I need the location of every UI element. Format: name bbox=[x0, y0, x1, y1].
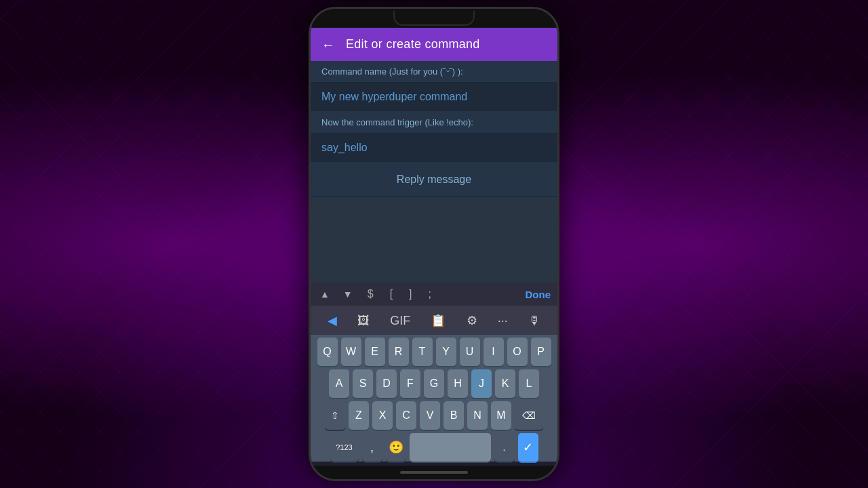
kb-more-icon[interactable]: ··· bbox=[492, 312, 513, 329]
form-area: Command name (Just for you (˘ᵕ˘) ): My n… bbox=[311, 61, 557, 283]
key-space[interactable] bbox=[410, 433, 491, 462]
phone-bottom bbox=[311, 466, 557, 479]
key-backspace[interactable]: ⌫ bbox=[515, 401, 543, 430]
key-y[interactable]: Y bbox=[436, 338, 456, 366]
key-n[interactable]: N bbox=[467, 401, 488, 430]
kb-bracket-close[interactable]: ] bbox=[405, 287, 416, 302]
key-r[interactable]: R bbox=[389, 338, 409, 366]
key-q[interactable]: Q bbox=[317, 338, 338, 366]
key-period[interactable]: . bbox=[494, 433, 515, 462]
home-bar[interactable] bbox=[400, 471, 468, 474]
keyboard-row-2: A S D F G H J K L bbox=[313, 369, 555, 398]
kb-dollar[interactable]: $ bbox=[363, 287, 378, 302]
kb-down-arrow[interactable]: ▼ bbox=[340, 287, 355, 301]
key-g[interactable]: G bbox=[424, 369, 444, 398]
header-title: Edit or create command bbox=[346, 37, 480, 52]
kb-done-button[interactable]: Done bbox=[526, 289, 551, 300]
key-s[interactable]: S bbox=[353, 369, 373, 398]
keyboard-row-1: Q W E R T Y U I O P bbox=[313, 338, 555, 366]
key-k[interactable]: K bbox=[495, 369, 515, 398]
kb-bracket-open[interactable]: [ bbox=[386, 287, 397, 302]
back-button[interactable]: ← bbox=[321, 38, 335, 52]
app-content: ← Edit or create command Command name (J… bbox=[311, 28, 557, 466]
keyboard-toolbar: ▲ ▼ $ [ ] ; Done bbox=[311, 283, 557, 306]
key-a[interactable]: A bbox=[329, 369, 349, 398]
kb-gif-icon[interactable]: GIF bbox=[384, 312, 416, 329]
key-p[interactable]: P bbox=[531, 338, 551, 366]
phone-shell: ← Edit or create command Command name (J… bbox=[309, 7, 559, 481]
key-d[interactable]: D bbox=[376, 369, 397, 398]
keyboard-row-3: ⇧ Z X C V B N M ⌫ bbox=[313, 401, 555, 430]
command-name-input[interactable]: My new hyperduper command bbox=[311, 83, 557, 112]
keyboard-icons-row: ◀ 🖼 GIF 📋 ⚙ ··· 🎙 bbox=[311, 306, 557, 335]
kb-up-arrow[interactable]: ▲ bbox=[317, 287, 332, 301]
reply-message-button[interactable]: Reply message bbox=[311, 163, 557, 197]
kb-sticker-icon[interactable]: 🖼 bbox=[352, 312, 375, 329]
command-trigger-section: Now the command trigger (Like !echo): sa… bbox=[311, 112, 557, 163]
keyboard-keys: Q W E R T Y U I O P A S D F G bbox=[311, 335, 557, 462]
keyboard: ▲ ▼ $ [ ] ; Done ◀ 🖼 GIF 📋 ⚙ ··· 🎙 bbox=[311, 283, 557, 466]
key-c[interactable]: C bbox=[396, 401, 416, 430]
key-emoji[interactable]: 🙂 bbox=[386, 433, 406, 462]
command-name-section: Command name (Just for you (˘ᵕ˘) ): My n… bbox=[311, 61, 557, 112]
key-u[interactable]: U bbox=[460, 338, 480, 366]
reply-btn-container: Reply message bbox=[311, 163, 557, 197]
empty-area bbox=[311, 197, 557, 283]
notch bbox=[393, 11, 475, 26]
key-m[interactable]: M bbox=[491, 401, 511, 430]
key-z[interactable]: Z bbox=[349, 401, 369, 430]
key-b[interactable]: B bbox=[443, 401, 464, 430]
key-e[interactable]: E bbox=[365, 338, 385, 366]
key-enter[interactable]: ✓ bbox=[518, 433, 538, 462]
header: ← Edit or create command bbox=[311, 28, 557, 61]
phone-top bbox=[311, 9, 557, 28]
key-num-switch[interactable]: ?123 bbox=[330, 433, 359, 462]
key-i[interactable]: I bbox=[484, 338, 504, 366]
command-name-label: Command name (Just for you (˘ᵕ˘) ): bbox=[311, 61, 557, 83]
key-o[interactable]: O bbox=[507, 338, 528, 366]
key-t[interactable]: T bbox=[412, 338, 433, 366]
keyboard-row-4: ?123 , 🙂 . ✓ bbox=[313, 433, 555, 462]
key-l[interactable]: L bbox=[519, 369, 539, 398]
kb-semicolon[interactable]: ; bbox=[425, 287, 435, 302]
key-w[interactable]: W bbox=[341, 338, 361, 366]
key-f[interactable]: F bbox=[400, 369, 420, 398]
key-j[interactable]: J bbox=[471, 369, 492, 398]
kb-back-icon[interactable]: ◀ bbox=[322, 312, 342, 329]
key-v[interactable]: V bbox=[420, 401, 440, 430]
key-h[interactable]: H bbox=[448, 369, 468, 398]
kb-clipboard-icon[interactable]: 📋 bbox=[425, 312, 451, 329]
kb-settings-icon[interactable]: ⚙ bbox=[461, 312, 483, 329]
key-x[interactable]: X bbox=[372, 401, 393, 430]
key-shift[interactable]: ⇧ bbox=[325, 401, 345, 430]
kb-mic-icon[interactable]: 🎙 bbox=[523, 312, 546, 329]
command-trigger-label: Now the command trigger (Like !echo): bbox=[311, 112, 557, 134]
key-comma[interactable]: , bbox=[362, 433, 382, 462]
command-trigger-input[interactable]: say_hello bbox=[311, 134, 557, 163]
